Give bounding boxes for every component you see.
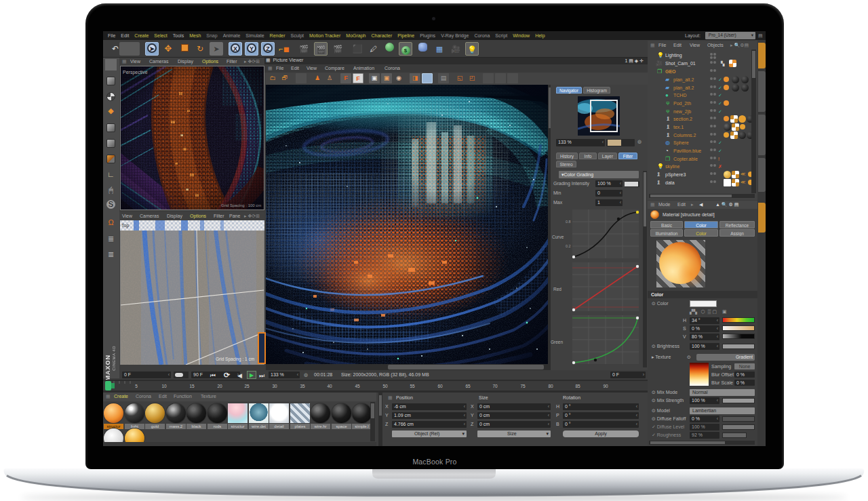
svg-text:30: 30 xyxy=(272,384,277,388)
svg-text:45: 45 xyxy=(355,384,360,388)
svg-text:85: 85 xyxy=(575,384,580,388)
svg-text:Green: Green xyxy=(551,340,563,344)
svg-text:70: 70 xyxy=(492,384,498,388)
svg-text:20: 20 xyxy=(217,384,222,388)
svg-text:25: 25 xyxy=(244,384,250,388)
svg-text:Red: Red xyxy=(553,287,561,292)
svg-text:5: 5 xyxy=(135,384,138,388)
svg-text:Curve: Curve xyxy=(552,235,564,239)
svg-text:0.8: 0.8 xyxy=(566,220,571,224)
svg-text:Grid Spacing : 1 cm: Grid Spacing : 1 cm xyxy=(216,357,254,362)
svg-text:10: 10 xyxy=(161,384,167,388)
svg-text:Top: Top xyxy=(121,223,129,228)
svg-text:60: 60 xyxy=(437,384,443,388)
svg-text:40: 40 xyxy=(327,384,332,388)
svg-text:50: 50 xyxy=(382,384,388,388)
svg-text:Grid Spacing : 100 cm: Grid Spacing : 100 cm xyxy=(221,203,261,207)
svg-text:35: 35 xyxy=(300,384,305,388)
svg-text:0.2: 0.2 xyxy=(566,244,571,248)
svg-text:15: 15 xyxy=(189,384,195,388)
svg-text:55: 55 xyxy=(410,384,415,388)
svg-text:80: 80 xyxy=(548,384,553,388)
svg-text:65: 65 xyxy=(465,384,471,388)
svg-text:Perspective: Perspective xyxy=(123,70,148,75)
svg-text:75: 75 xyxy=(520,384,526,388)
svg-text:90: 90 xyxy=(603,384,608,388)
